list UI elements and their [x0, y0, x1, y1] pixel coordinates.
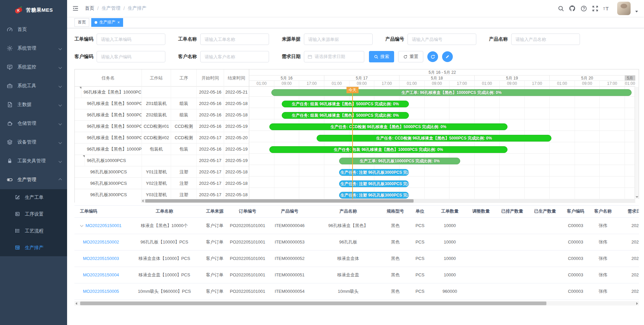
edit-button[interactable] [442, 51, 453, 62]
collapse-triangle-icon[interactable] [79, 87, 82, 98]
chevron-down-icon [59, 47, 62, 50]
gantt-horizontal-scrollbar[interactable] [75, 199, 639, 203]
font-size-icon[interactable]: TT [603, 5, 610, 12]
table-row[interactable]: MO202205150001 移液盒【黑色】10000个客户订单PO202205… [74, 217, 639, 234]
gantt-bar-task[interactable]: 生产任务: 注塑 96孔孔板3000PCS 完成比例: 0% [339, 169, 409, 176]
sidebar-collapse-icon[interactable] [72, 5, 79, 12]
table-horizontal-scrollbar[interactable] [74, 301, 639, 306]
breadcrumb-section[interactable]: 生产管理 [102, 5, 120, 11]
gantt-vertical-scrollbar[interactable] [635, 87, 639, 199]
help-icon[interactable] [580, 5, 587, 12]
gantt-bar-task[interactable]: 生产任务: 注塑 96孔孔板3000PCS 完成比例: 0% [339, 180, 409, 187]
gantt-bar-task[interactable]: 生产任务: 组装 96孔移液盒【黑色】5000PCS 完成比例: 0% [282, 112, 409, 119]
gantt-row[interactable]: 96孔移液盒【黑色】5000PCS Z01组装机组装 2022-05-16202… [75, 98, 249, 109]
gantt-row[interactable]: 96孔孔板3000PCS Y03注塑机注塑 2022-05-172022-05-… [75, 189, 249, 199]
work-order-link[interactable]: MO202205150004 [83, 272, 119, 277]
column-header: 工单编码 [74, 206, 127, 217]
gantt-row[interactable]: 96孔移液盒【黑色】5000PCS CCD检测#01CCD检测 2022-05-… [75, 121, 249, 132]
day-cell: 5月 17 [324, 75, 399, 80]
field-label: 客户名称 [178, 54, 197, 60]
image-icon [15, 211, 21, 217]
table-row[interactable]: MO202205150003 移液盒盒体【10000】PCS客户订单PO2022… [74, 250, 639, 267]
customer-name-input[interactable] [200, 51, 269, 62]
sidebar-item-process-flow[interactable]: 工艺流程 [0, 223, 67, 239]
avatar[interactable] [617, 2, 631, 15]
gantt-row[interactable]: 96孔移液盒【黑色】5000PCS Z02组装机组装 2022-05-16202… [75, 109, 249, 121]
gantt-row[interactable]: 96孔孔板10000PCS 2022-05-172022-05-19 [75, 155, 249, 166]
gantt-row[interactable]: 96孔移液盒【黑色】5000PCS CCD检测#02CCD检测 2022-05-… [75, 132, 249, 144]
search-icon[interactable] [557, 5, 564, 12]
customer-code-input[interactable] [97, 51, 165, 62]
breadcrumb-home[interactable]: 首页 [85, 5, 94, 11]
scroll-left-icon[interactable] [142, 200, 144, 202]
tab-scheduling[interactable]: 生产排产 × [91, 18, 123, 27]
app-logo[interactable]: K 苦糖果MES [0, 0, 67, 20]
table-row[interactable]: MO202205150005 10mm吸头【960000】PCS客户订单PO20… [74, 283, 639, 300]
source-doc-input[interactable] [304, 34, 373, 45]
gantt-bar-task[interactable]: 生产任务: 包装 96孔移液盒【黑色】10000PCS 完成比例: 0% [269, 146, 507, 153]
sidebar-item-production[interactable]: 生产管理 [0, 170, 67, 189]
work-order-code-input[interactable] [97, 34, 165, 45]
gantt-bar-task[interactable]: 生产任务: 组装 96孔移液盒【黑色】5000PCS 完成比例: 0% [282, 101, 409, 107]
breadcrumb-separator: / [97, 6, 99, 11]
scrollbar-thumb[interactable] [80, 302, 546, 305]
search-button[interactable]: 搜索 [369, 51, 394, 62]
sidebar-item-warehouse[interactable]: 仓储管理 [0, 114, 67, 133]
gantt-row[interactable]: 96孔孔板3000PCS Y02注塑机注塑 2022-05-172022-05-… [75, 178, 249, 189]
column-header: 任务名 [75, 69, 142, 87]
search-button-label: 搜索 [380, 54, 389, 60]
sidebar-item-equipment[interactable]: 设备管理 [0, 133, 67, 152]
user-menu-caret-icon[interactable] [635, 11, 638, 12]
sidebar-item-system-monitor[interactable]: 系统监控 [0, 58, 67, 76]
sidebar-item-system-admin[interactable]: 系统管理 [0, 39, 67, 58]
gantt-row[interactable]: 96孔孔板3000PCS Y01注塑机注塑 2022-05-172022-05-… [75, 166, 249, 178]
chevron-down-icon [59, 65, 62, 69]
column-header: 已生产数量 [529, 206, 561, 217]
fullscreen-icon[interactable] [592, 5, 598, 12]
gantt-bar-task[interactable]: 生产任务: CCD检测 96孔移液盒【黑色】5000PCS 完成比例: 0% [269, 123, 507, 130]
svg-text:T: T [603, 7, 605, 11]
scrollbar-thumb[interactable] [145, 199, 414, 203]
work-order-name-input[interactable] [200, 34, 269, 45]
github-icon[interactable] [569, 5, 576, 12]
gantt-row[interactable]: 96孔移液盒【黑色】10000PCS 包装机包装 2022-05-162022-… [75, 144, 249, 155]
timeline-days: 5月 16 5月 17 5月 18 5月 19 5月 20 5月 21 [249, 75, 635, 81]
gantt-bar-task[interactable]: 生产任务: CCD检测 96孔移液盒【黑色】5000PCS 完成比例: 0% [317, 135, 551, 142]
demand-date-picker[interactable]: 请选择需求日期 [304, 51, 364, 62]
product-code-input[interactable] [408, 34, 476, 45]
product-name-input[interactable] [511, 34, 580, 45]
table-row[interactable]: MO202205150002 96孔孔板【10000】PCS客户订单PO2022… [74, 234, 639, 250]
chevron-up-icon [59, 178, 62, 181]
gantt-bar-order[interactable]: 生产工单: 96孔移液盒【黑色】10000PCS 完成比例: 0% [271, 89, 632, 96]
sidebar-item-scheduling[interactable]: 生产排产 [0, 239, 67, 256]
close-icon[interactable]: × [117, 20, 120, 24]
table-row[interactable]: MO202205150004 移液盒盒盖【10000】PCS客户订单PO2022… [74, 267, 639, 283]
tab-home[interactable]: 首页 [74, 18, 89, 27]
sidebar-item-system-tools[interactable]: 系统工具 [0, 76, 67, 95]
scroll-right-icon[interactable] [636, 302, 638, 305]
work-order-link[interactable]: MO202205150005 [83, 289, 119, 294]
gantt-row[interactable]: 96孔移液盒【黑色】10000PCS 2022-05-162022-05-21 [75, 87, 249, 98]
reset-button[interactable]: 重置 [398, 51, 423, 62]
hour-cell: 09:00 [425, 81, 450, 86]
breadcrumb: 首页 / 生产管理 / 生产排产 [85, 5, 147, 11]
scroll-down-icon[interactable] [636, 196, 638, 198]
chevron-down-icon [59, 84, 62, 88]
column-header: 客户编码 [561, 206, 590, 217]
sidebar-item-home[interactable]: 首页 [0, 20, 67, 39]
gantt-bar-task[interactable]: 生产任务: 注塑 96孔孔板3000PCS 完成比例: 0% [339, 192, 409, 199]
collapse-triangle-icon[interactable] [83, 155, 85, 166]
expand-row-icon[interactable] [80, 224, 83, 227]
sidebar-item-master-data[interactable]: 主数据 [0, 95, 67, 114]
work-order-link[interactable]: MO202205150002 [83, 239, 119, 245]
sidebar-item-process-settings[interactable]: 工序设置 [0, 206, 67, 223]
field-label: 客户编码 [74, 54, 93, 60]
work-order-link[interactable]: MO202205150003 [83, 256, 119, 261]
sidebar-item-work-order[interactable]: 生产工单 [0, 189, 67, 206]
refresh-button[interactable] [427, 51, 438, 62]
work-order-link[interactable]: MO202205150001 [86, 223, 122, 228]
filter-row-2: 客户编码 客户名称 需求日期 请选择需求日期 搜索 重置 [74, 51, 639, 62]
gantt-bar-order[interactable]: 生产工单: 96孔孔板10000PCS 完成比例: 0% [339, 158, 460, 164]
scroll-left-icon[interactable] [75, 302, 77, 305]
sidebar-item-fixtures[interactable]: 工装夹具管理 [0, 152, 67, 170]
